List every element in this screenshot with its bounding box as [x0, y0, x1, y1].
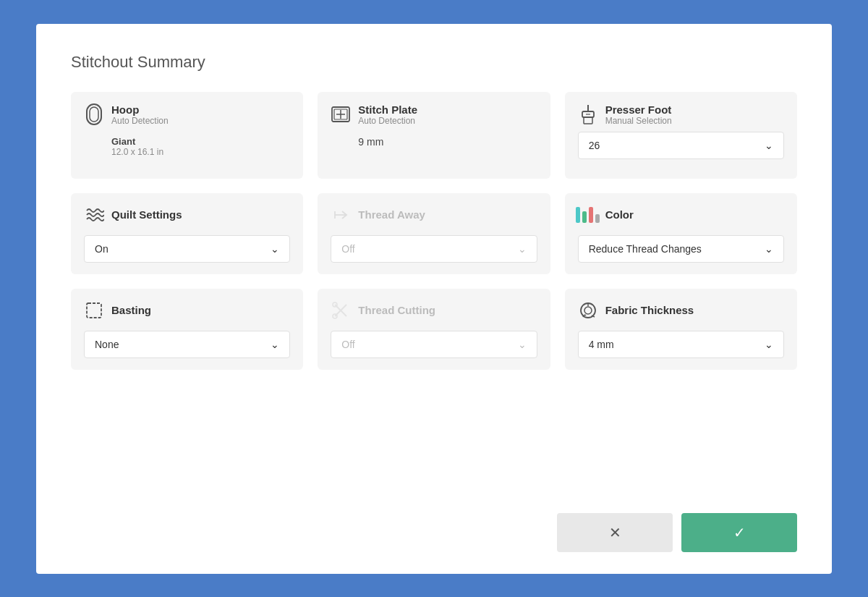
hoop-name: Giant: [111, 136, 290, 147]
stitch-plate-sub: Auto Detection: [358, 116, 417, 126]
thread-cutting-header: Thread Cutting: [331, 300, 537, 321]
quilt-settings-label: Quilt Settings: [111, 208, 182, 221]
color-bars: [576, 207, 600, 223]
basting-label: Basting: [111, 304, 151, 316]
hoop-header: Hoop Auto Detection: [84, 103, 290, 126]
stitch-plate-header: Stitch Plate Auto Detection: [331, 103, 537, 126]
stitch-plate-info: Stitch Plate Auto Detection: [358, 103, 417, 126]
thread-cutting-icon: [331, 300, 351, 321]
color-bar-3: [589, 207, 593, 223]
fabric-thickness-label: Fabric Thickness: [605, 304, 694, 316]
basting-card: Basting None ⌄: [71, 289, 303, 370]
presser-foot-header: Presser Foot Manual Selection: [578, 103, 784, 126]
hoop-card: Hoop Auto Detection Giant 12.0 x 16.1 in: [71, 92, 303, 179]
presser-foot-sub: Manual Selection: [605, 116, 672, 126]
thread-cutting-chevron: ⌄: [518, 339, 527, 350]
thread-away-icon: [331, 205, 351, 225]
thread-away-value: Off: [341, 243, 354, 255]
quilt-settings-chevron: ⌄: [271, 243, 279, 255]
confirm-button[interactable]: ✓: [681, 513, 797, 552]
thread-away-chevron: ⌄: [518, 243, 527, 255]
quilt-settings-icon: [84, 205, 104, 225]
color-select[interactable]: Reduce Thread Changes ⌄: [578, 235, 784, 263]
color-card: Color Reduce Thread Changes ⌄: [565, 193, 797, 274]
presser-foot-select[interactable]: 26 ⌄: [578, 132, 784, 159]
hoop-label: Hoop: [111, 103, 169, 116]
color-header: Color: [578, 205, 784, 225]
basting-header: Basting: [84, 300, 290, 321]
svg-rect-8: [584, 117, 592, 124]
hoop-info: Hoop Auto Detection: [111, 103, 169, 126]
dialog: Stitchout Summary Hoop Auto Detection Gi…: [36, 24, 832, 574]
thread-away-label: Thread Away: [358, 208, 425, 221]
color-icon: [578, 205, 598, 225]
dialog-title: Stitchout Summary: [71, 53, 797, 72]
stitch-plate-icon: [331, 104, 351, 124]
color-chevron: ⌄: [765, 243, 773, 255]
fabric-thickness-select[interactable]: 4 mm ⌄: [578, 331, 784, 358]
thread-cutting-card: Thread Cutting Off ⌄: [318, 289, 550, 370]
hoop-icon: [84, 104, 104, 124]
fabric-thickness-icon: [578, 300, 598, 321]
thread-cutting-value: Off: [341, 339, 354, 350]
presser-foot-chevron: ⌄: [765, 140, 773, 151]
footer: ✕ ✓: [71, 513, 797, 552]
cancel-button[interactable]: ✕: [557, 513, 673, 552]
fabric-thickness-chevron: ⌄: [765, 339, 773, 350]
thread-cutting-select: Off ⌄: [331, 331, 537, 358]
stitch-plate-label: Stitch Plate: [358, 103, 417, 116]
fabric-thickness-value: 4 mm: [589, 339, 614, 350]
basting-icon: [84, 300, 104, 321]
color-bar-4: [595, 214, 600, 223]
presser-foot-card: Presser Foot Manual Selection 26 ⌄: [565, 92, 797, 179]
color-bar-1: [576, 207, 580, 223]
presser-foot-info: Presser Foot Manual Selection: [605, 103, 672, 126]
hoop-details: Giant 12.0 x 16.1 in: [84, 136, 290, 157]
basting-chevron: ⌄: [271, 339, 279, 350]
thread-cutting-label: Thread Cutting: [358, 304, 435, 316]
svg-point-18: [584, 307, 592, 314]
color-value: Reduce Thread Changes: [589, 243, 702, 255]
stitch-plate-card: Stitch Plate Auto Detection 9 mm: [318, 92, 550, 179]
fabric-thickness-card: Fabric Thickness 4 mm ⌄: [565, 289, 797, 370]
presser-foot-value: 26: [589, 140, 600, 151]
thread-away-select: Off ⌄: [331, 235, 537, 263]
svg-rect-1: [90, 107, 98, 122]
quilt-settings-header: Quilt Settings: [84, 205, 290, 225]
thread-away-header: Thread Away: [331, 205, 537, 225]
color-bar-2: [582, 211, 587, 223]
presser-foot-icon: [578, 104, 598, 124]
svg-rect-12: [87, 303, 101, 318]
fabric-thickness-header: Fabric Thickness: [578, 300, 784, 321]
quilt-settings-select[interactable]: On ⌄: [84, 235, 290, 263]
bottom-grid: Quilt Settings On ⌄ Thread Away: [71, 193, 797, 370]
stitch-plate-value: 9 mm: [331, 136, 537, 148]
top-grid: Hoop Auto Detection Giant 12.0 x 16.1 in: [71, 92, 797, 179]
hoop-sub: Auto Detection: [111, 116, 169, 126]
color-label: Color: [605, 208, 634, 221]
basting-value: None: [95, 339, 119, 350]
presser-foot-label: Presser Foot: [605, 103, 672, 116]
quilt-settings-card: Quilt Settings On ⌄: [71, 193, 303, 274]
hoop-size: 12.0 x 16.1 in: [111, 147, 290, 157]
quilt-settings-value: On: [95, 243, 109, 255]
thread-away-card: Thread Away Off ⌄: [318, 193, 550, 274]
basting-select[interactable]: None ⌄: [84, 331, 290, 358]
